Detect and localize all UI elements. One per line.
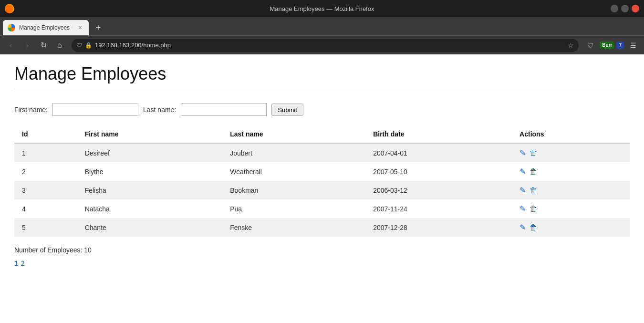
reload-button[interactable]: ↻ [36, 38, 51, 52]
col-birth-date: Birth date [365, 125, 512, 143]
cell-id: 1 [14, 143, 77, 162]
forward-button[interactable]: › [20, 38, 34, 52]
cell-first-name: Felisha [77, 181, 223, 199]
cell-id: 5 [14, 218, 77, 237]
page-link-2[interactable]: 2 [21, 260, 25, 267]
edit-icon[interactable]: ✎ [519, 186, 526, 195]
window-title: Manage Employees — Mozilla Firefox [270, 5, 374, 12]
cell-birth-date: 2006-03-12 [365, 181, 512, 199]
action-icons: ✎🗑 [519, 148, 622, 157]
cell-actions: ✎🗑 [512, 143, 630, 162]
window-controls [611, 5, 639, 12]
table-row: 1DesireefJoubert2007-04-01✎🗑 [14, 143, 630, 162]
tab-favicon [8, 24, 15, 31]
delete-icon[interactable]: 🗑 [530, 223, 537, 232]
col-id: Id [14, 125, 77, 143]
table-row: 5ChanteFenske2007-12-28✎🗑 [14, 218, 630, 237]
new-tab-button[interactable]: + [91, 20, 106, 35]
col-actions: Actions [512, 125, 630, 143]
active-tab[interactable]: Manage Employees × [3, 20, 89, 35]
title-bar: Manage Employees — Mozilla Firefox [0, 0, 644, 17]
cell-last-name: Weatherall [222, 162, 365, 181]
cell-last-name: Joubert [222, 143, 365, 162]
table-row: 4NatachaPua2007-11-24✎🗑 [14, 199, 630, 218]
address-text[interactable]: 192.168.163.200/home.php [95, 42, 565, 49]
action-icons: ✎🗑 [519, 223, 622, 232]
last-name-label: Last name: [143, 106, 176, 114]
shield-icon: 🛡 [76, 42, 82, 49]
bookmark-star-icon[interactable]: ☆ [568, 42, 574, 49]
address-bar[interactable]: 🛡 🔒 192.168.163.200/home.php ☆ [72, 39, 579, 52]
delete-icon[interactable]: 🗑 [530, 205, 537, 213]
close-button[interactable] [632, 5, 639, 12]
cell-actions: ✎🗑 [512, 199, 630, 218]
cell-id: 4 [14, 199, 77, 218]
delete-icon[interactable]: 🗑 [530, 186, 537, 195]
back-button[interactable]: ‹ [4, 38, 18, 52]
employee-table: Id First name Last name Birth date Actio… [14, 125, 630, 237]
edit-icon[interactable]: ✎ [519, 148, 526, 157]
submit-button[interactable]: Submit [271, 104, 303, 116]
burp-extension-badge[interactable]: Burr [600, 42, 614, 49]
cell-birth-date: 2007-04-01 [365, 143, 512, 162]
shield-extra-button[interactable]: 🛡 [583, 38, 598, 52]
pagination: 1 2 [14, 260, 630, 267]
cell-birth-date: 2007-11-24 [365, 199, 512, 218]
cell-first-name: Chante [77, 218, 223, 237]
menu-button[interactable]: ☰ [626, 38, 640, 52]
tab-title: Manage Employees [19, 24, 73, 31]
browser-window: Manage Employees — Mozilla Firefox Manag… [0, 0, 644, 322]
action-icons: ✎🗑 [519, 167, 622, 176]
table-header-row: Id First name Last name Birth date Actio… [14, 125, 630, 143]
cell-first-name: Blythe [77, 162, 223, 181]
cell-actions: ✎🗑 [512, 181, 630, 199]
table-row: 3FelishaBookman2006-03-12✎🗑 [14, 181, 630, 199]
cell-actions: ✎🗑 [512, 162, 630, 181]
lock-icon: 🔒 [85, 42, 92, 49]
action-icons: ✎🗑 [519, 204, 622, 213]
delete-icon[interactable]: 🗑 [530, 149, 537, 157]
table-row: 2BlytheWeatherall2007-05-10✎🗑 [14, 162, 630, 181]
ext-badge[interactable]: 7 [616, 42, 624, 49]
cell-birth-date: 2007-12-28 [365, 218, 512, 237]
edit-icon[interactable]: ✎ [519, 204, 526, 213]
search-form: First name: Last name: Submit [14, 104, 630, 116]
col-last-name: Last name [222, 125, 365, 143]
cell-actions: ✎🗑 [512, 218, 630, 237]
page-title: Manage Employees [14, 64, 630, 89]
nav-extras: 🛡 Burr 7 ☰ [583, 38, 640, 52]
page-link-1[interactable]: 1 [14, 260, 18, 267]
cell-last-name: Fenske [222, 218, 365, 237]
cell-first-name: Natacha [77, 199, 223, 218]
action-icons: ✎🗑 [519, 186, 622, 195]
tab-close-button[interactable]: × [76, 24, 84, 31]
page-content: Manage Employees First name: Last name: … [0, 54, 644, 322]
first-name-input[interactable] [52, 104, 138, 116]
col-first-name: First name [77, 125, 223, 143]
edit-icon[interactable]: ✎ [519, 167, 526, 176]
home-button[interactable]: ⌂ [52, 38, 67, 52]
cell-last-name: Bookman [222, 181, 365, 199]
cell-last-name: Pua [222, 199, 365, 218]
nav-bar: ‹ › ↻ ⌂ 🛡 🔒 192.168.163.200/home.php ☆ 🛡… [0, 35, 644, 54]
cell-id: 2 [14, 162, 77, 181]
firefox-icon [5, 4, 14, 13]
last-name-input[interactable] [181, 104, 267, 116]
first-name-label: First name: [14, 106, 48, 114]
cell-birth-date: 2007-05-10 [365, 162, 512, 181]
cell-id: 3 [14, 181, 77, 199]
employee-count: Number of Employees: 10 [14, 246, 630, 254]
edit-icon[interactable]: ✎ [519, 223, 526, 232]
delete-icon[interactable]: 🗑 [530, 167, 537, 176]
tab-bar: Manage Employees × + [0, 17, 644, 35]
minimize-button[interactable] [611, 5, 618, 12]
maximize-button[interactable] [621, 5, 629, 12]
cell-first-name: Desireef [77, 143, 223, 162]
